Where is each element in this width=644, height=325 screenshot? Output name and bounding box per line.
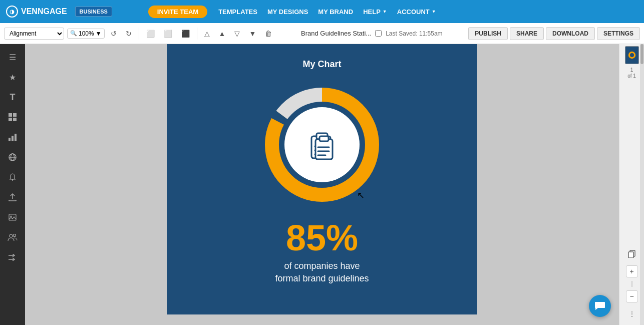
svg-rect-5	[12, 136, 14, 141]
zoom-value: 100%	[79, 30, 94, 37]
svg-rect-3	[13, 118, 17, 121]
left-sidebar: ☰ ★ T	[0, 44, 25, 325]
account-arrow-icon: ▼	[432, 9, 436, 14]
publish-button[interactable]: PUBLISH	[468, 27, 508, 40]
donut-center	[284, 107, 360, 182]
copy-page-icon[interactable]	[623, 245, 641, 263]
paste-button[interactable]: ⬜	[161, 28, 175, 40]
bring-forward-button[interactable]: ▲	[216, 28, 229, 40]
logo-icon: ◑	[6, 6, 18, 18]
last-saved-text: Last Saved: 11:55am	[386, 30, 442, 37]
doc-title-checkbox[interactable]	[375, 30, 382, 37]
zoom-dropdown-icon: ▼	[96, 30, 102, 37]
send-backward-button[interactable]: ▽	[231, 28, 243, 40]
widgets-icon[interactable]	[4, 108, 22, 126]
send-back-button[interactable]: ▼	[246, 28, 259, 40]
separator-1	[139, 28, 139, 40]
doc-title-area: Brand Guidelines Stati... Last Saved: 11…	[278, 30, 465, 37]
upload-icon[interactable]	[4, 188, 22, 206]
clipboard-icon	[304, 127, 340, 162]
share-button[interactable]: SHARE	[510, 27, 544, 40]
globe-icon[interactable]	[4, 148, 22, 166]
account-nav-link[interactable]: ACCOUNT ▼	[397, 8, 436, 16]
my-brand-nav-link[interactable]: MY BRAND	[318, 8, 353, 16]
doc-title[interactable]: Brand Guidelines Stati...	[301, 30, 371, 37]
right-scrollbar[interactable]	[640, 44, 644, 325]
design-canvas: My Chart	[167, 44, 477, 314]
scroll-thumb	[640, 44, 643, 64]
svg-rect-0	[9, 113, 12, 117]
svg-rect-12	[9, 214, 16, 220]
svg-rect-29	[319, 136, 329, 141]
text-icon[interactable]: T	[4, 88, 22, 106]
stat-desc-line2: formal brand guidelines	[275, 272, 369, 285]
business-badge: BUSINESS	[75, 7, 112, 17]
main-area: ☰ ★ T	[0, 44, 644, 325]
invite-team-button[interactable]: INVITE TEAM	[148, 6, 207, 18]
svg-rect-28	[315, 139, 333, 159]
more-options-icon[interactable]: ⋮	[623, 305, 641, 323]
svg-rect-6	[15, 134, 17, 141]
delete-button[interactable]: 🗑	[262, 28, 275, 40]
alignment-select[interactable]: Alignment	[4, 28, 64, 40]
nav-links: TEMPLATES MY DESIGNS MY BRAND HELP ▼ ACC…	[218, 8, 436, 16]
svg-rect-4	[9, 138, 11, 141]
star-icon[interactable]: ★	[4, 68, 22, 86]
separator-2	[197, 28, 197, 40]
svg-point-15	[14, 234, 16, 237]
toolbar-action-buttons: PUBLISH SHARE DOWNLOAD SETTINGS	[468, 27, 640, 40]
team-icon[interactable]	[4, 228, 22, 246]
templates-nav-link[interactable]: TEMPLATES	[218, 8, 257, 16]
zoom-search-icon: 🔍	[70, 30, 77, 37]
settings-button[interactable]: SETTINGS	[597, 27, 640, 40]
duplicate-button[interactable]: ⬛	[178, 28, 193, 40]
svg-rect-1	[13, 113, 17, 117]
donut-chart: ↖	[257, 80, 387, 210]
help-arrow-icon: ▼	[383, 9, 387, 14]
undo-button[interactable]: ↺	[108, 28, 120, 40]
top-navigation: ◑ VENNGAGE BUSINESS INVITE TEAM TEMPLATE…	[0, 0, 644, 23]
logo-text: VENNGAGE	[21, 7, 67, 16]
pages-indicator: 1of 1	[626, 65, 637, 81]
redo-button[interactable]: ↻	[123, 28, 135, 40]
stat-desc-line1: of companies have	[284, 260, 360, 272]
shuffle-icon[interactable]	[4, 248, 22, 266]
logo: ◑ VENNGAGE	[6, 6, 67, 18]
menu-icon[interactable]: ☰	[4, 48, 22, 66]
stat-number: 85%	[286, 220, 358, 256]
zoom-out-button[interactable]: −	[626, 290, 638, 302]
help-nav-link[interactable]: HELP ▼	[363, 8, 387, 16]
svg-point-13	[11, 216, 12, 217]
toolbar: Alignment 🔍 100% ▼ ↺ ↻ ⬜ ⬜ ⬛ △ ▲ ▽ ▼ 🗑 B…	[0, 23, 644, 44]
chart-title: My Chart	[302, 59, 341, 70]
zoom-in-button[interactable]: +	[626, 265, 638, 277]
svg-rect-35	[628, 252, 633, 258]
svg-rect-2	[9, 118, 12, 121]
copy-style-button[interactable]: ⬜	[143, 28, 158, 40]
chat-bubble-button[interactable]	[589, 295, 611, 317]
page-thumbnail	[623, 46, 641, 64]
svg-point-33	[629, 52, 634, 58]
right-panel: 1of 1 + − ⋮	[619, 44, 644, 325]
chart-bar-icon[interactable]	[4, 128, 22, 146]
my-designs-nav-link[interactable]: MY DESIGNS	[267, 8, 308, 16]
bell-icon[interactable]	[4, 168, 22, 186]
svg-point-14	[10, 234, 13, 237]
bring-front-button[interactable]: △	[201, 28, 213, 40]
canvas-area[interactable]: My Chart	[25, 44, 619, 325]
image-icon[interactable]	[4, 208, 22, 226]
download-button[interactable]: DOWNLOAD	[546, 27, 595, 40]
zoom-control: 🔍 100% ▼	[67, 29, 105, 39]
